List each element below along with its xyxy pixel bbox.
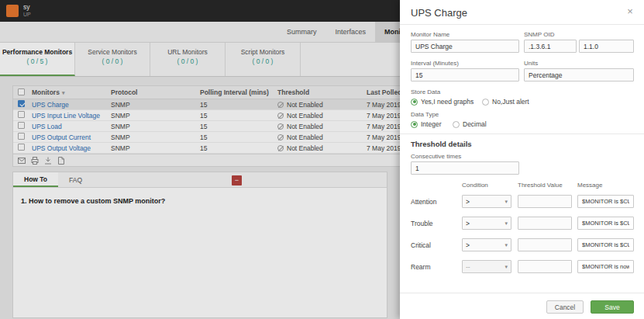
- data-type-decimal-option[interactable]: Decimal: [453, 120, 487, 128]
- message-column-header: Message: [577, 182, 602, 189]
- attention-row-label: Attention: [411, 198, 437, 206]
- rearm-message-input[interactable]: [577, 260, 634, 273]
- interval-label: Interval (Minutes): [411, 60, 459, 67]
- chevron-down-icon: ▾: [505, 264, 508, 270]
- units-input[interactable]: [524, 68, 634, 81]
- units-label: Units: [524, 60, 538, 67]
- divider: [400, 133, 644, 134]
- radio-selected-icon: [411, 121, 418, 128]
- save-button[interactable]: Save: [591, 300, 634, 314]
- chevron-down-icon: ▾: [505, 242, 508, 248]
- modal-scrim: [0, 0, 400, 319]
- store-data-no-label: No,Just alert: [492, 98, 529, 106]
- consecutive-times-input[interactable]: [411, 161, 519, 175]
- chevron-down-icon: ▾: [505, 199, 508, 205]
- snmp-oid-label: SNMP OID: [524, 31, 554, 38]
- cancel-button[interactable]: Cancel: [546, 300, 584, 314]
- rearm-condition-value: --: [466, 263, 470, 271]
- attention-condition-select[interactable]: >▾: [462, 195, 511, 208]
- rearm-row-label: Rearm: [411, 263, 431, 271]
- data-type-label: Data Type: [411, 111, 439, 118]
- radio-unselected-icon: [482, 99, 489, 106]
- threshold-details-heading: Threshold details: [411, 140, 472, 148]
- condition-column-header: Condition: [462, 182, 488, 189]
- chevron-down-icon: ▾: [505, 220, 508, 227]
- rearm-threshold-input[interactable]: [518, 260, 572, 273]
- critical-row-label: Critical: [411, 241, 431, 249]
- snmp-oid-prefix-input[interactable]: [524, 40, 577, 53]
- monitor-name-label: Monitor Name: [411, 31, 449, 38]
- attention-threshold-input[interactable]: [518, 195, 572, 208]
- attention-message-input[interactable]: [577, 195, 634, 208]
- critical-condition-value: >: [466, 241, 470, 249]
- panel-title: UPS Charge: [411, 7, 467, 19]
- threshold-value-column-header: Threshold Value: [518, 182, 563, 189]
- edit-monitor-panel: UPS Charge × Monitor Name SNMP OID Inter…: [400, 0, 644, 319]
- attention-condition-value: >: [466, 198, 470, 206]
- trouble-threshold-input[interactable]: [518, 217, 572, 230]
- data-type-integer-label: Integer: [421, 120, 441, 128]
- store-data-no-option[interactable]: No,Just alert: [482, 98, 529, 106]
- trouble-condition-value: >: [466, 220, 470, 227]
- critical-threshold-input[interactable]: [518, 238, 572, 251]
- consecutive-times-label: Consecutive times: [411, 153, 461, 160]
- snmp-oid-suffix-input[interactable]: [579, 40, 634, 53]
- store-data-label: Store Data: [411, 88, 440, 95]
- monitor-name-input[interactable]: [411, 40, 519, 53]
- rearm-condition-select[interactable]: --▾: [462, 260, 511, 273]
- data-type-decimal-label: Decimal: [463, 120, 487, 128]
- radio-selected-icon: [411, 99, 418, 106]
- divider: [400, 24, 644, 25]
- store-data-yes-option[interactable]: Yes,I need graphs: [411, 98, 474, 106]
- critical-message-input[interactable]: [577, 238, 634, 251]
- store-data-yes-label: Yes,I need graphs: [421, 98, 474, 106]
- radio-unselected-icon: [453, 121, 460, 128]
- critical-condition-select[interactable]: >▾: [462, 238, 511, 251]
- divider: [400, 293, 644, 293]
- data-type-integer-option[interactable]: Integer: [411, 120, 441, 128]
- trouble-row-label: Trouble: [411, 220, 433, 227]
- close-icon[interactable]: ×: [625, 5, 635, 17]
- interval-input[interactable]: [411, 68, 519, 81]
- trouble-message-input[interactable]: [577, 217, 634, 230]
- trouble-condition-select[interactable]: >▾: [462, 217, 511, 230]
